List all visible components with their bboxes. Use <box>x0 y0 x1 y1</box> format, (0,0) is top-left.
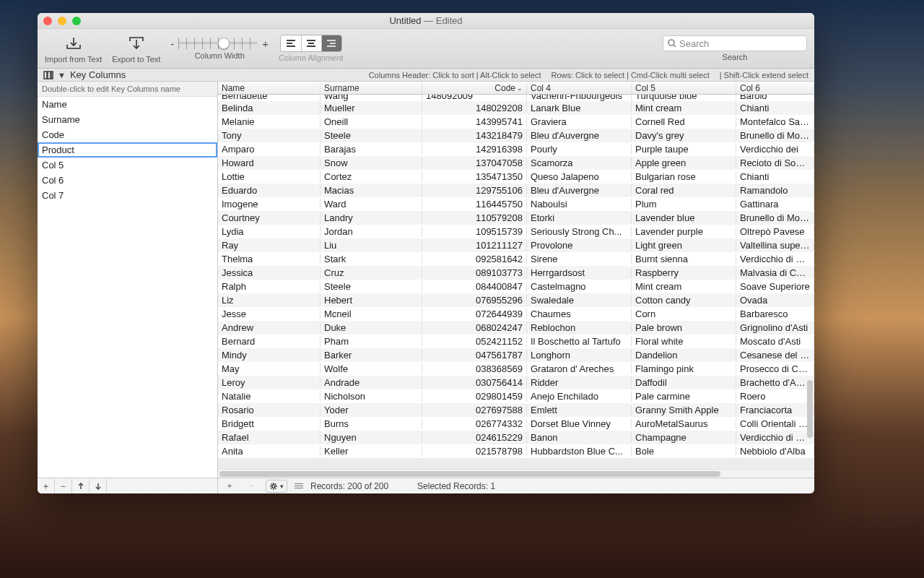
table-row[interactable]: RosarioYoder027697588EmlettGranny Smith … <box>218 403 814 417</box>
sidebar-item[interactable]: Code <box>38 127 217 142</box>
sidebar-item[interactable]: Surname <box>38 112 217 127</box>
cell: Il Boschetto al Tartufo <box>527 336 632 347</box>
width-slider[interactable] <box>178 42 258 45</box>
alignment-segmented[interactable] <box>280 35 342 52</box>
cell: 029801459 <box>422 391 527 402</box>
col-header-name[interactable]: Name <box>218 83 321 93</box>
table-row[interactable]: HowardSnow137047058ScamorzaApple greenRe… <box>218 156 814 170</box>
cell: Leroy <box>218 377 321 388</box>
cell: Ridder <box>527 377 632 388</box>
cell: Scamorza <box>527 158 632 168</box>
col-header-5[interactable]: Col 5 <box>632 83 736 93</box>
col-header-code[interactable]: Code ⌄ <box>422 83 527 93</box>
search-label: Search <box>723 53 748 61</box>
cell: Hubbardston Blue C... <box>527 446 632 457</box>
horizontal-scrollbar[interactable] <box>218 469 814 478</box>
disclosure-icon: ▼ <box>58 71 66 79</box>
close-button[interactable] <box>43 17 52 25</box>
col-header-surname[interactable]: Surname <box>321 83 422 93</box>
search-input[interactable]: Search <box>663 35 807 51</box>
grid-remove-button[interactable]: － <box>244 480 258 493</box>
import-button[interactable]: Import from Text <box>45 33 102 64</box>
key-columns-label: Key Columns <box>70 69 126 80</box>
cell: Raspberry <box>632 267 736 278</box>
cell: Jessica <box>218 267 321 278</box>
table-row[interactable]: LizHebert076955296SwaledaleCotton candyO… <box>218 293 814 307</box>
cell: Lavender purple <box>632 226 736 237</box>
table-row[interactable]: EduardoMacias129755106Bleu d'AuvergneCor… <box>218 184 814 197</box>
table-row[interactable]: BelindaMueller148029208Lanark BlueMint c… <box>218 101 814 115</box>
titlebar: Untitled — Edited <box>38 13 814 29</box>
cell: Soave Superiore <box>736 281 814 292</box>
table-row[interactable]: JessicaCruz089103773HerrgardsostRaspberr… <box>218 266 814 280</box>
cell: Dandelion <box>632 350 736 361</box>
sidebar-note: Double-click to edit Key Columns name <box>38 82 217 97</box>
align-left-button[interactable] <box>281 35 301 51</box>
cell: Ramandolo <box>736 185 814 196</box>
sidebar-add-button[interactable]: ＋ <box>38 479 55 493</box>
cell: Bernard <box>218 336 321 347</box>
vertical-scrollbar[interactable] <box>806 95 814 469</box>
sidebar-remove-button[interactable]: － <box>55 479 72 493</box>
cell: Dorset Blue Vinney <box>527 418 632 429</box>
sidebar-item[interactable]: Col 6 <box>38 173 217 188</box>
align-center-button[interactable] <box>301 35 321 51</box>
table-row[interactable]: MindyBarker047561787LonghornDandelionCes… <box>218 348 814 362</box>
align-right-button[interactable] <box>321 35 341 51</box>
sidebar-item[interactable]: Col 5 <box>38 158 217 173</box>
table-row[interactable]: LottieCortez135471350Queso JalapenoBulga… <box>218 170 814 184</box>
cell: Pourly <box>527 144 632 155</box>
cell: Verdicchio di Matelica <box>736 254 814 264</box>
col-header-6[interactable]: Col 6 <box>736 83 814 93</box>
table-row[interactable]: AndrewDuke068024247ReblochonPale brownGr… <box>218 321 814 335</box>
align-right-icon <box>326 39 336 48</box>
grid-body[interactable]: BernadetteWang148092009Vacherin-Fribourg… <box>218 95 814 469</box>
cell: Reblochon <box>527 322 632 333</box>
chevron-down-icon: ▾ <box>280 483 284 490</box>
table-row[interactable]: TonySteele143218479Bleu d'AuvergneDavy's… <box>218 129 814 142</box>
sidebar-item[interactable]: Name <box>38 97 217 112</box>
column-width-control[interactable]: - + Column Width <box>170 38 269 60</box>
key-columns-header[interactable]: ▼ Key Columns <box>43 69 217 80</box>
table-row[interactable]: AnitaKeller021578798Hubbardston Blue C..… <box>218 444 814 458</box>
table-row[interactable]: ThelmaStark092581642SireneBurnt siennaVe… <box>218 252 814 266</box>
cell: Swaledale <box>527 295 632 306</box>
table-row[interactable]: CourtneyLandry110579208EtorkiLavender bl… <box>218 211 814 225</box>
table-row[interactable]: ImogeneWard116445750NaboulsiPlumGattinar… <box>218 197 814 211</box>
width-plus[interactable]: + <box>262 38 269 50</box>
grid-actions-menu[interactable]: ▾ <box>266 480 287 493</box>
gear-icon <box>269 482 278 491</box>
sidebar-move-up-button[interactable] <box>72 479 90 493</box>
table-row[interactable]: RayLiu101211127ProvoloneLight greenValte… <box>218 238 814 252</box>
table-row[interactable]: BridgettBurns026774332Dorset Blue Vinney… <box>218 417 814 431</box>
cell: Thelma <box>218 254 321 264</box>
cell: Nicholson <box>321 391 422 402</box>
cell: Chianti <box>736 171 814 182</box>
cell: May <box>218 363 321 374</box>
cell: Queso Jalapeno <box>527 171 632 182</box>
table-row[interactable]: MelanieOneill143995741GravieraCornell Re… <box>218 115 814 129</box>
minimize-button[interactable] <box>58 17 66 25</box>
table-row[interactable]: LeroyAndrade030756414RidderDaffodilBrach… <box>218 376 814 389</box>
sidebar-item[interactable]: Product <box>38 142 217 158</box>
col-header-4[interactable]: Col 4 <box>527 83 632 93</box>
table-row[interactable]: BernardPham052421152Il Boschetto al Tart… <box>218 335 814 348</box>
table-row[interactable]: AmparoBarajas142916398PourlyPurple taupe… <box>218 142 814 156</box>
export-button[interactable]: Export to Text <box>112 33 160 64</box>
table-row[interactable]: RafaelNguyen024615229BanonChampagneVerdi… <box>218 431 814 444</box>
cell: 109515739 <box>422 226 527 237</box>
table-row[interactable]: NatalieNicholson029801459Anejo Enchilado… <box>218 389 814 403</box>
cell: Ward <box>321 199 422 210</box>
width-minus[interactable]: - <box>170 38 174 50</box>
table-row[interactable]: JesseMcneil072644939ChaumesCornBarbaresc… <box>218 307 814 321</box>
sidebar-item[interactable]: Col 7 <box>38 188 217 203</box>
table-row[interactable]: MayWolfe038368569Grataron d' ArechesFlam… <box>218 362 814 376</box>
zoom-button[interactable] <box>72 17 81 25</box>
table-row[interactable]: RalphSteele084400847CastelmagnoMint crea… <box>218 280 814 293</box>
table-row[interactable]: LydiaJordan109515739Seriously Strong Ch.… <box>218 225 814 238</box>
cell: Brunello di Montalcino <box>736 212 814 223</box>
table-row[interactable]: BernadetteWang148092009Vacherin-Fribourg… <box>218 95 814 101</box>
cell: Anita <box>218 446 321 457</box>
grid-add-button[interactable]: ＋ <box>222 480 237 493</box>
sidebar-move-down-button[interactable] <box>90 479 107 493</box>
